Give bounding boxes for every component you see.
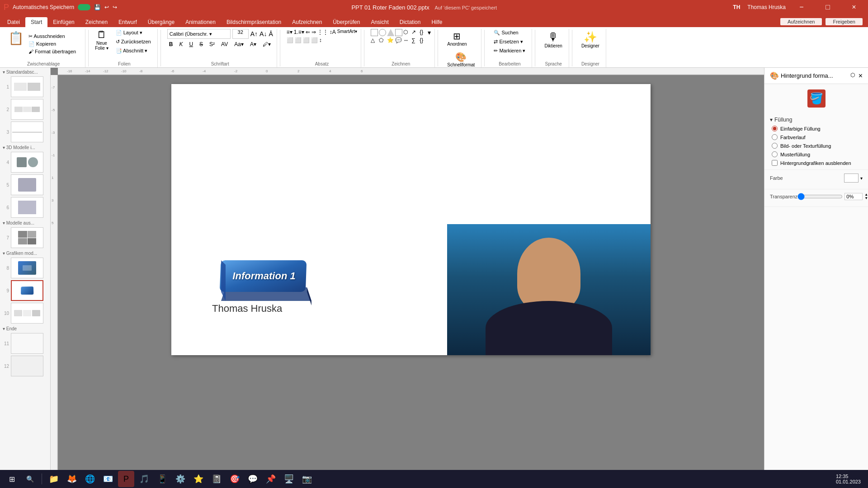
align-justify-btn[interactable]: ⬜ [311,37,318,43]
minimize-button[interactable]: − [791,0,812,14]
align-center-btn[interactable]: ⬜ [295,37,302,43]
text-direction-btn[interactable]: ↕A [330,29,336,35]
shape1[interactable] [371,29,378,36]
slide-thumb-10[interactable]: 10 [0,302,50,324]
radio-muster[interactable]: Musterfüllung [772,151,863,157]
taskbar-explorer-icon[interactable]: 📁 [46,471,62,487]
shape6[interactable]: ↗ [411,29,419,36]
underline-btn[interactable]: U [187,41,195,48]
taskbar-chrome-icon[interactable]: 🌐 [82,471,98,487]
shape5[interactable]: ⬡ [403,29,410,36]
slide-thumb-4[interactable]: 4 [0,151,50,174]
taskbar-screen-icon[interactable]: 🖥️ [281,471,297,487]
increase-font-btn[interactable]: A↑ [250,30,258,38]
tab-dictation[interactable]: Dictation [394,17,426,27]
taskbar-ppt-icon[interactable]: P [118,471,134,487]
tab-hilfe[interactable]: Hilfe [426,17,448,27]
font-case-btn[interactable]: Aa▾ [232,41,245,48]
indent-less-btn[interactable]: ⇐ [306,29,310,35]
tab-datei[interactable]: Datei [2,17,25,27]
tab-entwurf[interactable]: Entwurf [113,17,142,27]
italic-btn[interactable]: K [177,41,184,48]
slide-canvas[interactable]: Information 1 Thomas Hruska [58,75,764,478]
taskbar-phone-icon[interactable]: 📱 [154,471,170,487]
shape8[interactable]: ▾ [428,29,431,36]
slide-panel[interactable]: ▾ Standardabsc... 1 2 3 ▾ 3D Modelle i..… [0,68,51,478]
align-left-btn[interactable]: ⬜ [287,37,293,43]
shape4[interactable] [395,29,402,36]
shape11[interactable]: ⭐ [387,37,394,44]
save-icon[interactable]: 💾 [94,4,101,10]
chevron-down-icon[interactable]: ▾ [770,117,773,123]
aufzeichnen-button[interactable]: Aufzeichnen [780,18,822,25]
autosave-toggle[interactable] [78,4,90,10]
tab-ueberpruefen[interactable]: Überprüfen [327,17,365,27]
indent-more-btn[interactable]: ⇒ [311,29,316,35]
taskbar-camera-icon[interactable]: 📷 [299,471,315,487]
transparency-slider[interactable] [797,193,843,200]
slide-thumb-12[interactable]: 12 [0,355,50,377]
taskbar-mail-icon[interactable]: 📧 [100,471,116,487]
shape15[interactable]: {} [420,37,427,44]
tab-uebergaenge[interactable]: Übergänge [142,17,180,27]
shape9[interactable]: △ [371,37,378,44]
tab-einfuegen[interactable]: Einfügen [47,17,80,27]
bold-btn[interactable]: B [167,41,175,48]
format-btn[interactable]: 🖌 Format übertragen [26,48,79,55]
taskbar-star-icon[interactable]: ⭐ [190,471,207,487]
redo-icon[interactable]: ↪ [113,4,117,10]
layout-btn[interactable]: 📄 Layout ▾ [113,29,154,37]
shape2[interactable] [379,29,386,36]
taskbar-music-icon[interactable]: 🎵 [136,471,152,487]
freigeben-button[interactable]: Freigeben [826,18,863,25]
shadow-btn[interactable]: S² [208,41,217,48]
checkbox-grafiken[interactable]: Hintergrundgrafiken ausblenden [772,160,863,166]
num-list-btn[interactable]: 1.≡▾ [294,29,304,35]
slide-thumb-9[interactable]: 9 [0,279,50,302]
font-size-input[interactable]: 32 [232,29,249,39]
slide-thumb-6[interactable]: 6 [0,196,50,219]
shape10[interactable]: ⬠ [379,37,386,44]
tab-bildschirm[interactable]: Bildschirmpräsentation [221,17,287,27]
radio-farbverlauf[interactable]: Farbverlauf [772,134,863,140]
neue-folie-btn[interactable]: 🗒 Neue Folie ▾ [95,29,108,51]
taskbar-note-icon[interactable]: 📓 [208,471,225,487]
clear-format-btn[interactable]: Ā [269,30,273,38]
diktieren-btn[interactable]: 🎙 Diktieren [542,29,565,50]
shape13[interactable]: ↔ [403,37,410,44]
einfuegen-btn[interactable]: 📋 ✂ Ausschneiden 📄 Kopieren 🖌 Format übe… [5,29,81,57]
charspace-btn[interactable]: AV [219,41,230,48]
slide-thumb-11[interactable]: 11 [0,332,50,355]
tab-ansicht[interactable]: Ansicht [365,17,394,27]
shape12[interactable]: 💬 [395,37,402,44]
zuruecksetzen-btn[interactable]: ↺ Zurücksetzen [113,38,154,46]
close-button[interactable]: × [844,0,864,14]
ausschneiden-btn[interactable]: ✂ Ausschneiden [26,33,79,40]
font-color-btn[interactable]: A▾ [248,41,258,48]
slide-thumb-3[interactable]: 3 [0,121,50,143]
down-arrow-icon[interactable]: ▼ [864,197,868,200]
highlight-btn[interactable]: 🖊▾ [261,41,273,48]
suchen-btn[interactable]: 🔍 Suchen [491,29,521,37]
shape7[interactable]: {} [420,29,427,36]
slide[interactable]: Information 1 Thomas Hruska [171,84,651,355]
strikethrough-btn[interactable]: S [198,41,205,48]
radio-bild[interactable]: Bild- oder Texturfüllung [772,143,863,149]
slide-thumb-7[interactable]: 7 [0,226,50,249]
font-family-selector[interactable]: Calibri (Überschr. ▾ [167,29,231,39]
bullet-list-btn[interactable]: ≡▾ [287,29,292,35]
shape3[interactable] [387,29,394,36]
markieren-btn[interactable]: ✏ Markieren ▾ [491,47,528,55]
shape14[interactable]: ∑ [411,37,419,44]
taskbar-search-btn[interactable]: 🔍 [22,471,38,487]
taskbar-chat-icon[interactable]: 💬 [245,471,261,487]
anordnen-btn[interactable]: ⊞ Anordnen [444,29,469,48]
kopieren-btn[interactable]: 📄 Kopieren [26,40,79,48]
designer-btn[interactable]: ✨ Designer [579,29,602,50]
slide-thumb-5[interactable]: 5 [0,174,50,196]
tab-aufzeichnen[interactable]: Aufzeichnen [287,17,327,27]
radio-einfarbig[interactable]: Einfarbige Füllung [772,126,863,131]
color-swatch[interactable] [844,174,859,183]
panel-expand-icon[interactable]: ⬡ [850,72,855,80]
align-right-btn[interactable]: ⬜ [303,37,310,43]
